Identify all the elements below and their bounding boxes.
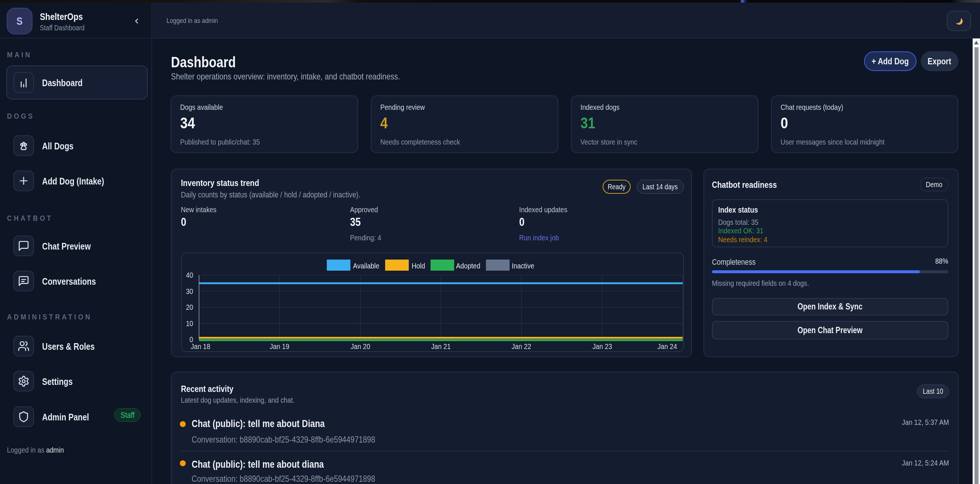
- svg-text:Jan 21: Jan 21: [431, 342, 451, 351]
- svg-text:20: 20: [186, 303, 193, 312]
- svg-text:Jan 19: Jan 19: [270, 342, 290, 351]
- svg-text:10: 10: [186, 319, 193, 327]
- svg-text:Jan 20: Jan 20: [351, 342, 371, 351]
- svg-text:Jan 22: Jan 22: [512, 342, 531, 351]
- svg-text:Jan 23: Jan 23: [593, 342, 612, 351]
- svg-text:Jan 18: Jan 18: [191, 342, 210, 351]
- svg-text:Jan 24: Jan 24: [658, 342, 677, 351]
- svg-text:30: 30: [186, 287, 193, 296]
- svg-text:40: 40: [186, 271, 193, 280]
